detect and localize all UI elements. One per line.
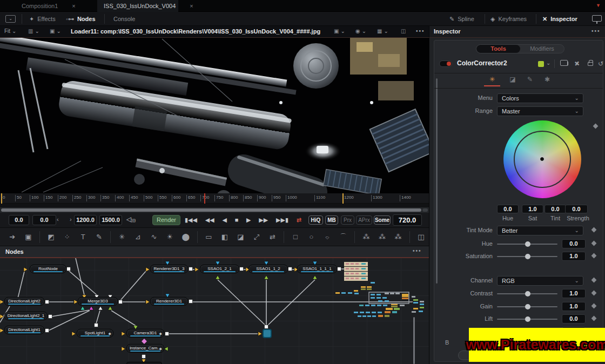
tab-modifiers[interactable]: Modifiers xyxy=(520,45,564,53)
keyframes-button[interactable]: ◈ Keyframes xyxy=(490,12,527,26)
hue-value-field[interactable]: 0.0 xyxy=(497,205,519,213)
ab-buffer-dropdown[interactable]: ▥⌄ xyxy=(28,28,39,34)
nodes-vscrollbar[interactable] xyxy=(413,317,415,364)
node-spotlight1[interactable]: SpotLight1◈ xyxy=(77,329,113,338)
loop-icon[interactable]: ⇄ xyxy=(266,232,279,242)
node-directionallight2-1[interactable]: DirectionalLight2_1 xyxy=(4,312,48,320)
node-directionallight1[interactable]: DirectionalLight1 xyxy=(4,326,44,334)
nodes-button[interactable]: ◦⊶ Nodes xyxy=(66,12,96,26)
slider-knob[interactable] xyxy=(525,291,530,296)
gain-slider[interactable] xyxy=(497,306,557,307)
slider-knob[interactable] xyxy=(525,316,530,322)
fit-dropdown[interactable]: Fit⌄ xyxy=(4,28,17,34)
paint-icon[interactable]: ✎ xyxy=(93,232,106,242)
hue-slider[interactable] xyxy=(497,244,557,245)
slider-knob[interactable] xyxy=(525,241,530,247)
tab-settings[interactable]: ✱ xyxy=(541,75,553,84)
node-directionallight2[interactable]: DirectionalLight2 xyxy=(4,297,44,306)
step-reverse-button[interactable]: ◀◀ xyxy=(205,215,214,225)
hue-field[interactable]: 0.0 xyxy=(562,239,586,248)
pmerge-icon[interactable]: ⁂ xyxy=(376,232,389,242)
node-editor-canvas[interactable]: RootNodeDirectionalLight2DirectionalLigh… xyxy=(0,258,429,364)
merge-icon[interactable]: ◧ xyxy=(218,232,231,242)
subview-dropdown[interactable]: ▣⌄ xyxy=(50,28,61,34)
gain-field[interactable]: 1.0 xyxy=(562,302,586,311)
colorgain-icon[interactable]: ∿ xyxy=(147,232,160,242)
prender-icon[interactable]: ⁂ xyxy=(392,232,405,242)
effects-button[interactable]: ✦ Effects xyxy=(29,12,56,26)
console-button[interactable]: Console xyxy=(113,12,135,26)
display-icon[interactable] xyxy=(592,15,602,22)
nodes-menu-icon[interactable]: ••• xyxy=(413,248,422,254)
render-range-marker[interactable] xyxy=(342,193,344,204)
timeline-ruler[interactable]: 0501001502002503003504004505005506006507… xyxy=(0,193,429,204)
node-ssao1-1-2[interactable]: SSAO1_1_2 xyxy=(248,265,288,273)
node-ssao1-2-1[interactable]: SSAO1_2_1 xyxy=(200,265,239,273)
keyframe-icon[interactable] xyxy=(591,227,597,233)
node-camera3d1[interactable]: Camera3D1◈ xyxy=(126,329,164,338)
fastnoise-icon[interactable]: ⁘ xyxy=(61,232,74,242)
color-wheel-marker[interactable] xyxy=(540,157,544,161)
imageplane3d-icon[interactable]: ◫ xyxy=(415,232,428,242)
render-button[interactable]: Render xyxy=(152,215,180,225)
keyframe-icon[interactable] xyxy=(591,278,597,283)
node-partial[interactable] xyxy=(126,362,162,364)
stop-button[interactable]: ■ xyxy=(235,215,239,225)
brightness-icon[interactable]: ☀ xyxy=(164,232,177,242)
viewer-canvas[interactable] xyxy=(0,38,429,193)
keyframe-icon[interactable] xyxy=(593,124,599,129)
bspline-mask-icon[interactable]: ⌒ xyxy=(337,232,350,242)
comp-start-field[interactable]: 1200.0 xyxy=(74,215,97,225)
comp-end-field[interactable]: 1500.0 xyxy=(99,215,122,225)
render-end-field[interactable]: 0.0 xyxy=(32,215,56,225)
saturation-field[interactable]: 1.0 xyxy=(562,252,586,261)
strength-value-field[interactable]: 0.0 xyxy=(565,205,588,213)
split-view-icon[interactable]: ◫ xyxy=(401,28,406,34)
color-controls-dropdown[interactable]: ◉⌄ xyxy=(355,28,366,34)
quality-mb-toggle[interactable]: MB xyxy=(325,215,338,225)
mattecontrol-icon[interactable]: ◪ xyxy=(234,232,247,242)
contrast-slider[interactable] xyxy=(497,293,557,294)
tab-color-correction[interactable]: ✳ xyxy=(486,75,498,84)
node-renderer3d1[interactable]: Renderer3D1 xyxy=(150,297,188,306)
saver-icon[interactable]: ▣ xyxy=(22,232,35,242)
play-reverse-button[interactable]: ◀ xyxy=(222,215,226,225)
go-first-button[interactable]: ▮◀◀ xyxy=(185,215,197,225)
keyframe-icon[interactable] xyxy=(591,241,597,246)
node-enable-toggle[interactable] xyxy=(439,60,452,67)
step-forward-button[interactable]: › xyxy=(70,216,72,223)
playhead[interactable] xyxy=(204,193,205,204)
roi-dropdown[interactable]: ▣⌄ xyxy=(334,28,345,34)
lift-slider[interactable] xyxy=(497,319,557,320)
underlay-icon[interactable]: ▭ xyxy=(203,232,216,242)
node-renderer3d1-3[interactable]: Renderer3D1_3 xyxy=(150,265,188,273)
tile-color-swatch[interactable] xyxy=(538,61,544,67)
loop-button[interactable]: ⇄ xyxy=(297,215,301,225)
tab-tools[interactable]: Tools xyxy=(476,45,520,53)
range-dropdown[interactable]: Master ⌄ xyxy=(497,106,583,116)
render-range-marker[interactable] xyxy=(1,193,2,204)
text-icon[interactable]: T xyxy=(77,232,90,242)
channel-dropdown[interactable]: RGB ⌄ xyxy=(497,276,583,286)
guides-dropdown[interactable]: ▦⌄ xyxy=(377,28,388,34)
menu-dropdown[interactable]: Colors ⌄ xyxy=(497,93,583,103)
close-icon[interactable]: × xyxy=(190,3,193,9)
close-icon[interactable]: × xyxy=(72,3,75,9)
render-start-field[interactable]: 0.0 xyxy=(9,215,29,225)
go-last-button[interactable]: ▶▶▮ xyxy=(276,215,288,225)
lift-field[interactable]: 0.0 xyxy=(562,314,586,323)
quality-some-toggle[interactable]: Some xyxy=(374,215,391,225)
timeline-scrollbar[interactable] xyxy=(0,207,429,213)
background-icon[interactable]: ◩ xyxy=(45,232,58,242)
current-frame-field[interactable]: 720.0 xyxy=(393,214,422,226)
viewer-menu-icon[interactable]: ••• xyxy=(416,28,425,34)
blur-icon[interactable]: ✳ xyxy=(116,232,129,242)
keyframe-icon[interactable] xyxy=(591,304,597,309)
inspector-button[interactable]: ✕ Inspector xyxy=(542,12,577,26)
keyframe-icon[interactable] xyxy=(591,291,597,296)
reset-icon[interactable]: ↺ xyxy=(598,60,603,68)
versions-icon[interactable] xyxy=(562,61,568,66)
play-forward-button[interactable]: ▶ xyxy=(246,215,251,225)
tab-ranges[interactable]: ◪ xyxy=(507,75,519,84)
scrollbar-thumb[interactable] xyxy=(1,208,421,212)
